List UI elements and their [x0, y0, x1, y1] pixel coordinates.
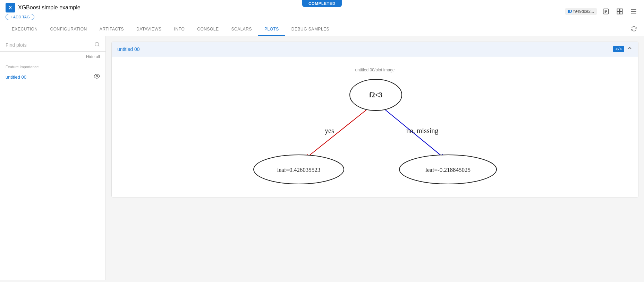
main-layout: Hide all Feature importance untitled 00 …: [0, 36, 644, 280]
plot-collapse-button[interactable]: [627, 45, 633, 53]
svg-text:f2<3: f2<3: [369, 91, 382, 99]
add-tag-label: + ADD TAG: [10, 15, 30, 19]
app-icon: X: [6, 3, 15, 12]
plot-card: untitled 00 </> untitled 00/plot image: [111, 42, 638, 197]
menu-icon-button[interactable]: [629, 7, 638, 16]
tab-console[interactable]: CONSOLE: [191, 23, 225, 36]
tab-dataviews[interactable]: DATAVIEWS: [130, 23, 168, 36]
svg-rect-7: [620, 12, 622, 14]
sidebar-search: [0, 42, 105, 52]
nav-tabs: EXECUTION CONFIGURATION ARTIFACTS DATAVI…: [0, 23, 644, 36]
svg-rect-5: [620, 9, 622, 11]
tab-info[interactable]: INFO: [168, 23, 191, 36]
top-right-actions: ID f949dce2...: [565, 7, 638, 16]
plot-area: untitled 00 </> untitled 00/plot image: [106, 36, 644, 280]
svg-line-14: [306, 103, 375, 158]
id-badge: ID f949dce2...: [565, 8, 597, 15]
id-label: ID: [568, 9, 572, 14]
sidebar-section-title: Feature importance: [0, 62, 105, 70]
sidebar: Hide all Feature importance untitled 00: [0, 36, 106, 280]
svg-text:yes: yes: [325, 127, 334, 135]
title-row: X XGBoost simple example + ADD TAG COMPL…: [0, 0, 644, 23]
plot-subtitle: untitled 00/plot image: [355, 63, 395, 72]
plot-code-button[interactable]: </>: [613, 46, 624, 52]
svg-text:leaf=-0.218845025: leaf=-0.218845025: [425, 167, 471, 173]
top-bar: X XGBoost simple example + ADD TAG COMPL…: [0, 0, 644, 36]
svg-point-13: [96, 76, 98, 77]
notes-icon-button[interactable]: [601, 7, 611, 16]
title-left: X XGBoost simple example + ADD TAG: [6, 3, 80, 20]
layout-icon-button[interactable]: [615, 7, 625, 16]
status-badge: COMPLETED: [302, 0, 342, 7]
app-title: XGBoost simple example: [18, 5, 80, 11]
plot-card-title: untitled 00: [117, 46, 140, 52]
tab-execution[interactable]: EXECUTION: [6, 23, 44, 36]
plot-card-header: untitled 00 </>: [112, 42, 638, 56]
svg-text:no, missing: no, missing: [406, 127, 438, 135]
app-title-row: X XGBoost simple example: [6, 3, 80, 12]
svg-rect-6: [617, 12, 620, 14]
search-input[interactable]: [6, 42, 94, 48]
sidebar-hide-all: Hide all: [0, 54, 105, 62]
tab-configuration[interactable]: CONFIGURATION: [44, 23, 93, 36]
sidebar-item-untitled00[interactable]: untitled 00: [0, 70, 105, 83]
eye-icon: [94, 73, 100, 81]
refresh-button[interactable]: [629, 24, 638, 35]
svg-line-12: [98, 45, 99, 46]
hide-all-button[interactable]: Hide all: [86, 54, 100, 59]
add-tag-button[interactable]: + ADD TAG: [6, 14, 34, 20]
id-value: f949dce2...: [574, 9, 594, 14]
svg-point-11: [95, 42, 99, 46]
tree-visualization: untitled 00/plot image: [112, 56, 638, 197]
tab-plots[interactable]: PLOTS: [258, 23, 285, 36]
search-icon: [94, 42, 100, 49]
tree-svg: yes no, missing f2<3 leaf=0.426035523 le…: [219, 72, 531, 190]
sidebar-item-name: untitled 00: [6, 74, 26, 80]
svg-rect-4: [617, 9, 620, 11]
plot-header-actions: </>: [613, 45, 633, 53]
tab-artifacts[interactable]: ARTIFACTS: [93, 23, 130, 36]
svg-text:leaf=0.426035523: leaf=0.426035523: [277, 167, 320, 173]
tab-scalars[interactable]: SCALARS: [225, 23, 258, 36]
tab-debug-samples[interactable]: DEBUG SAMPLES: [285, 23, 336, 36]
